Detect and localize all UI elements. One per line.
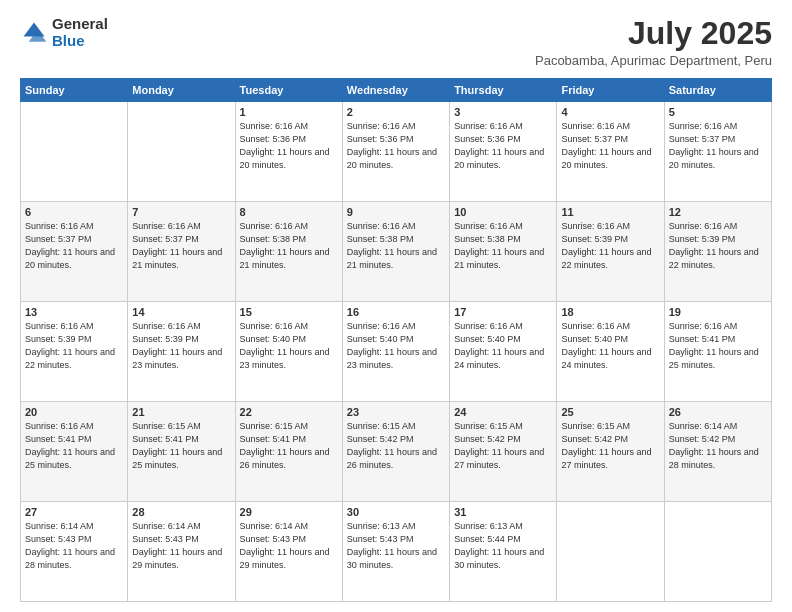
day-info: Sunrise: 6:16 AM Sunset: 5:37 PM Dayligh… [669, 120, 767, 172]
logo: General Blue [20, 16, 108, 49]
calendar-cell: 6Sunrise: 6:16 AM Sunset: 5:37 PM Daylig… [21, 202, 128, 302]
day-info: Sunrise: 6:14 AM Sunset: 5:43 PM Dayligh… [132, 520, 230, 572]
calendar-cell [128, 102, 235, 202]
calendar-cell: 26Sunrise: 6:14 AM Sunset: 5:42 PM Dayli… [664, 402, 771, 502]
header: General Blue July 2025 Pacobamba, Apurim… [20, 16, 772, 68]
day-number: 13 [25, 306, 123, 318]
day-number: 27 [25, 506, 123, 518]
day-info: Sunrise: 6:16 AM Sunset: 5:40 PM Dayligh… [561, 320, 659, 372]
day-info: Sunrise: 6:16 AM Sunset: 5:41 PM Dayligh… [25, 420, 123, 472]
day-number: 24 [454, 406, 552, 418]
logo-text: General Blue [52, 16, 108, 49]
calendar-cell: 25Sunrise: 6:15 AM Sunset: 5:42 PM Dayli… [557, 402, 664, 502]
day-info: Sunrise: 6:14 AM Sunset: 5:42 PM Dayligh… [669, 420, 767, 472]
calendar-cell: 23Sunrise: 6:15 AM Sunset: 5:42 PM Dayli… [342, 402, 449, 502]
day-info: Sunrise: 6:13 AM Sunset: 5:43 PM Dayligh… [347, 520, 445, 572]
day-number: 11 [561, 206, 659, 218]
day-number: 18 [561, 306, 659, 318]
calendar-cell [21, 102, 128, 202]
day-info: Sunrise: 6:16 AM Sunset: 5:36 PM Dayligh… [347, 120, 445, 172]
day-number: 4 [561, 106, 659, 118]
day-info: Sunrise: 6:15 AM Sunset: 5:42 PM Dayligh… [454, 420, 552, 472]
calendar-cell: 15Sunrise: 6:16 AM Sunset: 5:40 PM Dayli… [235, 302, 342, 402]
day-number: 9 [347, 206, 445, 218]
day-number: 20 [25, 406, 123, 418]
day-number: 30 [347, 506, 445, 518]
calendar-cell: 22Sunrise: 6:15 AM Sunset: 5:41 PM Dayli… [235, 402, 342, 502]
day-number: 7 [132, 206, 230, 218]
calendar-cell: 1Sunrise: 6:16 AM Sunset: 5:36 PM Daylig… [235, 102, 342, 202]
calendar-cell: 8Sunrise: 6:16 AM Sunset: 5:38 PM Daylig… [235, 202, 342, 302]
calendar-week-2: 13Sunrise: 6:16 AM Sunset: 5:39 PM Dayli… [21, 302, 772, 402]
col-monday: Monday [128, 79, 235, 102]
day-info: Sunrise: 6:15 AM Sunset: 5:41 PM Dayligh… [132, 420, 230, 472]
title-block: July 2025 Pacobamba, Apurimac Department… [535, 16, 772, 68]
col-tuesday: Tuesday [235, 79, 342, 102]
calendar-week-1: 6Sunrise: 6:16 AM Sunset: 5:37 PM Daylig… [21, 202, 772, 302]
day-info: Sunrise: 6:16 AM Sunset: 5:38 PM Dayligh… [454, 220, 552, 272]
day-number: 1 [240, 106, 338, 118]
day-info: Sunrise: 6:16 AM Sunset: 5:37 PM Dayligh… [561, 120, 659, 172]
day-info: Sunrise: 6:16 AM Sunset: 5:39 PM Dayligh… [669, 220, 767, 272]
day-number: 6 [25, 206, 123, 218]
day-info: Sunrise: 6:16 AM Sunset: 5:39 PM Dayligh… [561, 220, 659, 272]
calendar-week-3: 20Sunrise: 6:16 AM Sunset: 5:41 PM Dayli… [21, 402, 772, 502]
day-number: 28 [132, 506, 230, 518]
day-info: Sunrise: 6:16 AM Sunset: 5:40 PM Dayligh… [347, 320, 445, 372]
calendar-cell: 21Sunrise: 6:15 AM Sunset: 5:41 PM Dayli… [128, 402, 235, 502]
day-info: Sunrise: 6:15 AM Sunset: 5:41 PM Dayligh… [240, 420, 338, 472]
day-number: 26 [669, 406, 767, 418]
day-info: Sunrise: 6:15 AM Sunset: 5:42 PM Dayligh… [347, 420, 445, 472]
calendar-cell: 13Sunrise: 6:16 AM Sunset: 5:39 PM Dayli… [21, 302, 128, 402]
day-number: 3 [454, 106, 552, 118]
day-info: Sunrise: 6:14 AM Sunset: 5:43 PM Dayligh… [240, 520, 338, 572]
day-info: Sunrise: 6:16 AM Sunset: 5:36 PM Dayligh… [240, 120, 338, 172]
day-number: 21 [132, 406, 230, 418]
calendar-cell: 10Sunrise: 6:16 AM Sunset: 5:38 PM Dayli… [450, 202, 557, 302]
day-info: Sunrise: 6:16 AM Sunset: 5:38 PM Dayligh… [240, 220, 338, 272]
calendar-cell [557, 502, 664, 602]
logo-icon [20, 19, 48, 47]
logo-blue: Blue [52, 33, 108, 50]
day-number: 19 [669, 306, 767, 318]
day-info: Sunrise: 6:14 AM Sunset: 5:43 PM Dayligh… [25, 520, 123, 572]
calendar-cell: 27Sunrise: 6:14 AM Sunset: 5:43 PM Dayli… [21, 502, 128, 602]
calendar-cell: 11Sunrise: 6:16 AM Sunset: 5:39 PM Dayli… [557, 202, 664, 302]
day-info: Sunrise: 6:16 AM Sunset: 5:39 PM Dayligh… [25, 320, 123, 372]
day-number: 12 [669, 206, 767, 218]
col-sunday: Sunday [21, 79, 128, 102]
day-number: 22 [240, 406, 338, 418]
day-info: Sunrise: 6:16 AM Sunset: 5:41 PM Dayligh… [669, 320, 767, 372]
col-friday: Friday [557, 79, 664, 102]
calendar-cell: 31Sunrise: 6:13 AM Sunset: 5:44 PM Dayli… [450, 502, 557, 602]
calendar-header-row: Sunday Monday Tuesday Wednesday Thursday… [21, 79, 772, 102]
calendar-cell: 2Sunrise: 6:16 AM Sunset: 5:36 PM Daylig… [342, 102, 449, 202]
day-number: 17 [454, 306, 552, 318]
calendar-cell: 18Sunrise: 6:16 AM Sunset: 5:40 PM Dayli… [557, 302, 664, 402]
calendar-cell: 16Sunrise: 6:16 AM Sunset: 5:40 PM Dayli… [342, 302, 449, 402]
day-info: Sunrise: 6:16 AM Sunset: 5:40 PM Dayligh… [240, 320, 338, 372]
calendar-body: 1Sunrise: 6:16 AM Sunset: 5:36 PM Daylig… [21, 102, 772, 602]
day-number: 8 [240, 206, 338, 218]
day-number: 16 [347, 306, 445, 318]
calendar-cell [664, 502, 771, 602]
calendar-cell: 9Sunrise: 6:16 AM Sunset: 5:38 PM Daylig… [342, 202, 449, 302]
calendar-cell: 17Sunrise: 6:16 AM Sunset: 5:40 PM Dayli… [450, 302, 557, 402]
day-info: Sunrise: 6:15 AM Sunset: 5:42 PM Dayligh… [561, 420, 659, 472]
calendar-week-0: 1Sunrise: 6:16 AM Sunset: 5:36 PM Daylig… [21, 102, 772, 202]
calendar-cell: 19Sunrise: 6:16 AM Sunset: 5:41 PM Dayli… [664, 302, 771, 402]
calendar-cell: 20Sunrise: 6:16 AM Sunset: 5:41 PM Dayli… [21, 402, 128, 502]
day-info: Sunrise: 6:13 AM Sunset: 5:44 PM Dayligh… [454, 520, 552, 572]
calendar-cell: 14Sunrise: 6:16 AM Sunset: 5:39 PM Dayli… [128, 302, 235, 402]
col-saturday: Saturday [664, 79, 771, 102]
logo-general: General [52, 16, 108, 33]
day-number: 10 [454, 206, 552, 218]
calendar-cell: 12Sunrise: 6:16 AM Sunset: 5:39 PM Dayli… [664, 202, 771, 302]
page: General Blue July 2025 Pacobamba, Apurim… [0, 0, 792, 612]
calendar-cell: 30Sunrise: 6:13 AM Sunset: 5:43 PM Dayli… [342, 502, 449, 602]
calendar-table: Sunday Monday Tuesday Wednesday Thursday… [20, 78, 772, 602]
day-info: Sunrise: 6:16 AM Sunset: 5:40 PM Dayligh… [454, 320, 552, 372]
month-year: July 2025 [535, 16, 772, 51]
calendar-cell: 29Sunrise: 6:14 AM Sunset: 5:43 PM Dayli… [235, 502, 342, 602]
day-number: 15 [240, 306, 338, 318]
